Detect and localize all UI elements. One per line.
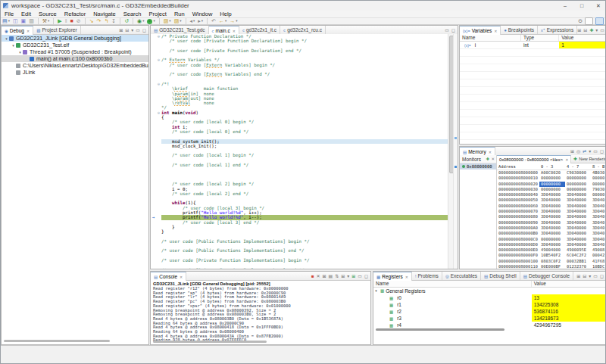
tree-item-main-at-main-c-100-0x80003b0[interactable]: main() at main.c:100 0x80003b0 [2,55,148,62]
minimize-view-icon[interactable]: ▭ [445,27,449,33]
link-renderings-icon[interactable]: ⇄ [583,148,586,154]
build-icon[interactable]: ⚒▾ [41,18,52,24]
memory-cell[interactable]: 3D040 [591,214,606,219]
back-icon[interactable]: ←▾ [217,18,228,24]
memory-column-4-7[interactable]: 4 - 7 [565,163,591,170]
tree-item-thread-1-57005-suspended-breakpoint[interactable]: ▾Thread #1 57005 (Suspended : Breakpoint… [2,48,148,55]
memory-cell[interactable]: 0803C0F2 [539,259,565,264]
memory-cell[interactable]: 00000 [591,182,606,187]
registers-tab-registers[interactable]: ▦Registers✕ [373,272,412,281]
memory-row[interactable]: 00000000080000903D0400003D0400003D040 [497,220,606,226]
memory-cell[interactable]: 3D040000 [565,237,591,242]
memory-cell[interactable]: 10BDC [591,264,606,269]
registers-column-value[interactable]: Value [532,281,606,287]
code-editor[interactable]: ⊖/* Private Function Declaration */ /* u… [151,34,448,269]
expand-arrow-icon[interactable]: ▾ [373,288,379,294]
variable-row-i[interactable]: (x)=iint1 [460,42,606,49]
tree-item-c-users-niklaslennartz-desktop-gd32embed[interactable]: C:\Users\NiklasLennartz\Desktop\GD32Embe… [2,62,148,69]
collapse-all-icon[interactable]: ⊟ [125,27,129,33]
memory-row[interactable]: 00000000080000D03D0400003D0400003D040 [497,242,606,247]
new-c-project-icon[interactable]: ▨▾ [162,18,173,24]
register-row-r3[interactable]: ▦r3134218673 [373,315,606,322]
import-icon[interactable]: ▨▾ [173,18,183,24]
memory-row[interactable]: 000000000800011000E000BF0123237010BDC [497,264,606,269]
memory-cell[interactable]: 3D040 [591,237,606,242]
editor-tab-gd32c2x1-it-c[interactable]: ⅽgd32c2x1_it.c [239,26,280,34]
memory-cell[interactable]: 3D040000 [539,231,565,236]
tree-item-jlink[interactable]: JLink [2,69,148,76]
memory-cell[interactable]: 3D040000 [539,204,565,209]
variables-tab-breakpoints[interactable]: ●Breakpoints [501,26,538,34]
register-row-r2[interactable]: ▦r2536874116 [373,308,606,315]
memory-cell[interactable]: 00000 [591,192,606,198]
memory-cell[interactable]: 3D040000 [565,220,591,226]
memory-row[interactable]: 00000000080000F010B540F26C04C2F200042 [497,253,606,258]
new-memory-view-icon[interactable]: ⊞ [570,148,574,154]
memory-cell[interactable]: 4900095E [565,247,591,253]
dropdown-caret-icon[interactable]: ▾ [236,18,237,24]
memory-cell[interactable]: 00000000 [565,176,591,181]
collapse-all-icon[interactable]: ⊟ [583,273,586,278]
memory-cell[interactable]: 3D040000 [539,226,565,231]
memory-row[interactable]: 0000000008000020000000000000000000000 [497,182,606,187]
memory-cell[interactable]: 79030 [591,187,606,192]
memory-rendering-tab[interactable]: 0x08000000 : 0x8000000 <Hex> ✕ [497,155,571,163]
dropdown-caret-icon[interactable]: ▾ [153,18,155,24]
memory-cell[interactable]: 3D040000 [565,242,591,247]
registers-tab-debugger-console[interactable]: ▤Debugger Console [520,272,573,280]
memory-column-address[interactable]: Address [497,163,539,170]
close-icon[interactable]: ✕ [180,275,183,279]
remove-all-launches-icon[interactable]: ⊠ [323,273,326,278]
menu-edit[interactable]: Edit [17,11,35,17]
memory-row[interactable]: 00000000080000503D0400003D0400003D040 [497,198,606,203]
maximize-view-icon[interactable]: ◻ [451,27,455,33]
close-icon[interactable]: ✕ [489,150,492,154]
dropdown-caret-icon[interactable]: ▾ [169,18,170,24]
memory-cell[interactable]: 00000000 [539,182,565,187]
expand-arrow-icon[interactable]: ▾ [11,43,16,48]
memory-cell[interactable]: 3D040000 [565,192,591,198]
editor-tab-gd32c2x1-rcu-c[interactable]: ⅽgd32c2x1_rcu.c [280,26,326,34]
memory-cell[interactable]: 6C04C2F2 [565,253,591,258]
memory-cell[interactable]: 00000000 [565,187,591,192]
close-icon[interactable]: ✕ [233,29,236,33]
memory-view-menu-icon[interactable]: ▾ [589,148,591,154]
memory-cell[interactable]: 00032BB1 [565,259,591,264]
next-annotation-icon[interactable]: ▸▾ [196,18,205,24]
memory-cell[interactable]: 49008 [591,247,606,253]
pin-console-icon[interactable]: ⊞ [341,273,345,278]
memory-row[interactable]: 00000000080000803D0400003D0400003D040 [497,214,606,219]
dropdown-caret-icon[interactable]: ▾ [48,18,49,24]
memory-cell[interactable]: 3D040 [591,198,606,203]
suspend-icon[interactable]: ‖ [64,18,69,24]
memory-cell[interactable]: 01232370 [565,264,591,269]
memory-cell[interactable]: 3D040000 [539,209,565,214]
show-type-names-icon[interactable]: ⊞ [577,27,581,33]
memory-cell[interactable]: 00000000 [565,182,591,187]
menu-project[interactable]: Project [145,11,170,17]
register-row-r0[interactable]: ▦r013 [373,294,606,301]
memory-row[interactable]: 00000000080000703D0400003D0400003D040 [497,209,606,214]
registers-tab-debug-shell[interactable]: ▤Debug Shell [481,272,520,280]
dropdown-caret-icon[interactable]: ▾ [193,18,195,24]
breakpoint-overview-mark[interactable] [454,166,457,168]
open-console-icon[interactable]: ⊞ [351,273,355,278]
register-row-r4[interactable]: ▦r44294967295 [373,322,606,328]
minimize-view-icon[interactable]: ▭ [593,148,598,154]
memory-cell[interactable]: 00000000 [539,187,565,192]
column-header-name[interactable]: Name [460,35,521,41]
perspective-debug-icon[interactable] [595,17,604,25]
registers-group-row[interactable]: ▾ ▦ General Registers [373,288,606,294]
memory-cell[interactable]: 3D040 [591,226,606,231]
memory-cell[interactable]: 3D040000 [539,242,565,247]
memory-row[interactable]: 00000000080000E0490040004900095E49008 [497,247,606,253]
variables-view-menu-icon[interactable]: ▾ [595,27,598,33]
memory-cell[interactable]: 3D040000 [539,198,565,203]
memory-row[interactable]: 00000000080001000803C0F200032BB141F68 [497,259,606,264]
show-type-names-icon[interactable]: ⊞ [576,273,580,278]
console-hscrollbar[interactable] [153,341,267,343]
step-over-icon[interactable]: ↷ [95,18,103,24]
memory-row[interactable]: 0000000008000010000000000000000000000 [497,176,606,181]
clear-console-icon[interactable]: ▤ [329,273,333,278]
close-button[interactable]: ✕ [590,3,606,9]
